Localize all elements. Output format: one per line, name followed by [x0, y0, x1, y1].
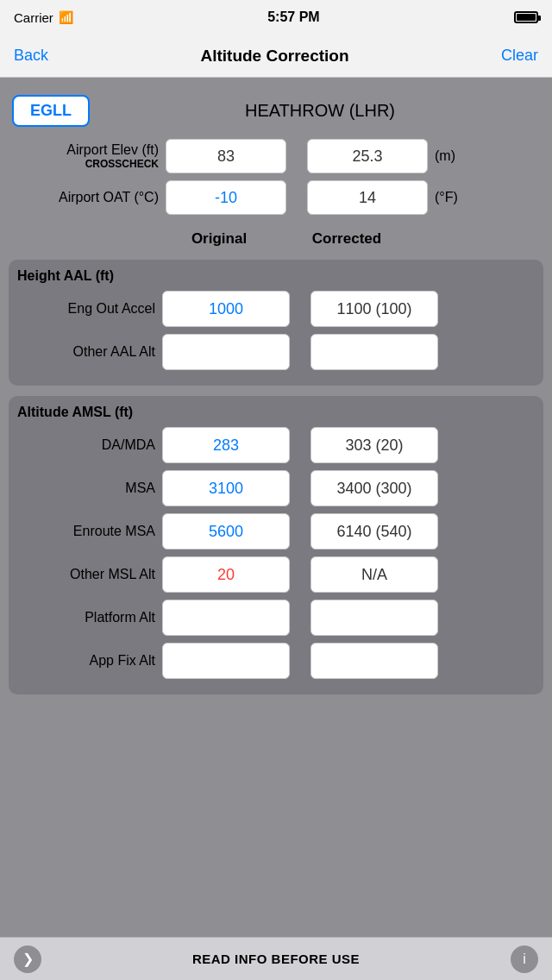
- other-msl-corrected: N/A: [310, 556, 438, 593]
- elev-label: Airport Elev (ft): [66, 142, 159, 158]
- fields-section: Airport Elev (ft) CROSSCHECK 83 25.3 (m)…: [9, 139, 543, 222]
- eng-out-original-input[interactable]: 1000: [162, 291, 290, 327]
- elev-ft-input[interactable]: 83: [166, 139, 286, 173]
- eng-out-corrected-input: 1100 (100): [310, 291, 438, 327]
- nav-bar: Back Altitude Correction Clear: [0, 35, 552, 78]
- clear-button[interactable]: Clear: [501, 47, 538, 65]
- other-aal-corrected-input: [310, 334, 438, 370]
- app-fix-alt-corrected: [310, 643, 438, 679]
- other-aal-row: Other AAL Alt: [17, 334, 535, 370]
- other-msl-row: Other MSL Alt 20 N/A: [17, 556, 535, 593]
- airport-section: EGLL HEATHROW (LHR): [9, 88, 543, 130]
- page-title: Altitude Correction: [200, 47, 348, 66]
- enroute-msa-row: Enroute MSA 5600 6140 (540): [17, 513, 535, 550]
- enroute-msa-label: Enroute MSA: [17, 524, 155, 539]
- msa-corrected: 3400 (300): [310, 470, 438, 506]
- oat-c-input[interactable]: -10: [166, 180, 286, 215]
- col-header-corrected: Corrected: [286, 230, 407, 248]
- platform-alt-corrected: [310, 600, 438, 636]
- msa-label: MSA: [17, 481, 155, 496]
- da-mda-original[interactable]: 283: [162, 427, 290, 463]
- bottom-bar: ❯ READ INFO BEFORE USE i: [0, 937, 552, 980]
- oat-unit-f: (°F): [435, 190, 461, 205]
- height-group-title-row: Height AAL (ft): [17, 268, 535, 284]
- enroute-msa-original[interactable]: 5600: [162, 513, 290, 550]
- oat-row: Airport OAT (°C) -10 14 (°F): [12, 180, 540, 215]
- other-msl-original[interactable]: 20: [162, 556, 290, 593]
- msa-row: MSA 3100 3400 (300): [17, 470, 535, 506]
- status-right: [514, 11, 538, 23]
- col-headers: Original Corrected: [9, 230, 543, 248]
- info-icon: i: [523, 952, 526, 967]
- platform-alt-row: Platform Alt: [17, 600, 535, 636]
- eng-out-row: Eng Out Accel 1000 1100 (100): [17, 291, 535, 327]
- bottom-left-icon[interactable]: ❯: [14, 945, 41, 973]
- bottom-right-icon[interactable]: i: [511, 945, 538, 973]
- status-bar: Carrier 📶 5:57 PM: [0, 0, 552, 35]
- platform-alt-original[interactable]: [162, 600, 290, 636]
- battery-icon: [514, 11, 538, 23]
- app-fix-alt-row: App Fix Alt: [17, 643, 535, 679]
- altitude-group-title-row: Altitude AMSL (ft): [17, 405, 535, 420]
- app-fix-alt-label: App Fix Alt: [17, 653, 155, 669]
- enroute-msa-corrected: 6140 (540): [310, 513, 438, 550]
- app-fix-alt-original[interactable]: [162, 643, 290, 679]
- height-group-title: Height AAL (ft): [17, 268, 114, 284]
- oat-label: Airport OAT (°C): [12, 190, 159, 205]
- wifi-icon: 📶: [59, 10, 73, 24]
- airport-name: HEATHROW (LHR): [100, 101, 540, 121]
- chevron-right-icon: ❯: [22, 951, 34, 967]
- platform-alt-label: Platform Alt: [17, 610, 155, 625]
- altitude-group: Altitude AMSL (ft) DA/MDA 283 303 (20) M…: [9, 396, 543, 694]
- elev-m-input[interactable]: 25.3: [307, 139, 428, 173]
- bottom-text: READ INFO BEFORE USE: [192, 952, 360, 966]
- other-aal-original-input[interactable]: [162, 334, 290, 370]
- back-button[interactable]: Back: [14, 47, 48, 65]
- main-content: EGLL HEATHROW (LHR) Airport Elev (ft) CR…: [0, 78, 552, 767]
- carrier-label: Carrier: [14, 10, 53, 25]
- altitude-group-title: Altitude AMSL (ft): [17, 405, 133, 420]
- da-mda-row: DA/MDA 283 303 (20): [17, 427, 535, 463]
- elev-unit-m: (m): [435, 148, 461, 164]
- elev-row: Airport Elev (ft) CROSSCHECK 83 25.3 (m): [12, 139, 540, 173]
- status-left: Carrier 📶: [14, 10, 73, 25]
- da-mda-corrected: 303 (20): [310, 427, 438, 463]
- elev-label-stack: Airport Elev (ft) CROSSCHECK: [12, 142, 159, 170]
- other-msl-label: Other MSL Alt: [17, 567, 155, 582]
- height-group: Height AAL (ft) Eng Out Accel 1000 1100 …: [9, 260, 543, 386]
- oat-f-input[interactable]: 14: [307, 180, 428, 215]
- eng-out-label: Eng Out Accel: [17, 301, 155, 317]
- crosscheck-label: CROSSCHECK: [85, 158, 159, 170]
- da-mda-label: DA/MDA: [17, 437, 155, 453]
- other-aal-label: Other AAL Alt: [17, 344, 155, 360]
- airport-code-button[interactable]: EGLL: [12, 95, 90, 127]
- col-header-original: Original: [159, 230, 279, 248]
- msa-original[interactable]: 3100: [162, 470, 290, 506]
- status-time: 5:57 PM: [267, 9, 319, 25]
